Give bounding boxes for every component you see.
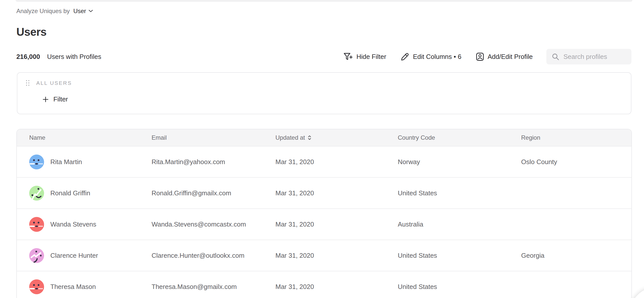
- add-edit-profile-label: Add/Edit Profile: [488, 53, 533, 61]
- avatar: [29, 248, 44, 263]
- user-email: Theresa.Mason@gmailx.com: [152, 283, 275, 291]
- avatar: [29, 217, 44, 232]
- user-country: United States: [398, 283, 521, 291]
- column-header-email: Email: [152, 134, 275, 141]
- scrolled-card-edge: [16, 0, 632, 2]
- user-region: Oslo County: [521, 158, 631, 166]
- table-row[interactable]: Theresa Mason Theresa.Mason@gmailx.com M…: [17, 271, 631, 298]
- user-email: Rita.Martin@yahoox.com: [152, 158, 275, 166]
- user-email: Wanda.Stevens@comcastx.com: [152, 220, 275, 228]
- add-edit-profile-button[interactable]: Add/Edit Profile: [476, 53, 533, 61]
- profiles-table: Name Email Updated at Country Code Regio…: [16, 129, 632, 298]
- user-email: Ronald.Griffin@gmailx.com: [152, 189, 275, 197]
- table-header: Name Email Updated at Country Code Regio…: [17, 129, 631, 146]
- user-updated-at: Mar 31, 2020: [275, 158, 398, 166]
- user-updated-at: Mar 31, 2020: [275, 189, 398, 197]
- all-users-group-label: ALL USERS: [36, 80, 72, 86]
- user-name: Rita Martin: [50, 158, 82, 166]
- plus-icon: [43, 96, 49, 102]
- search-box: [546, 49, 631, 64]
- filter-funnel-plus-icon: [344, 53, 353, 61]
- table-row[interactable]: Ronald Griffin Ronald.Griffin@gmailx.com…: [17, 178, 631, 209]
- profiles-count: 216,000 Users with Profiles: [16, 53, 101, 61]
- table-row[interactable]: Rita Martin Rita.Martin@yahoox.com Mar 3…: [17, 146, 631, 178]
- table-row[interactable]: Wanda Stevens Wanda.Stevens@comcastx.com…: [17, 209, 631, 240]
- search-icon: [552, 53, 559, 60]
- hide-filter-button[interactable]: Hide Filter: [344, 53, 386, 61]
- toolbar: 216,000 Users with Profiles Hide Filter …: [16, 49, 631, 64]
- user-name: Wanda Stevens: [50, 220, 96, 228]
- user-updated-at: Mar 31, 2020: [275, 283, 398, 291]
- chevron-down-icon: [89, 10, 93, 12]
- edit-columns-button[interactable]: Edit Columns • 6: [401, 53, 461, 61]
- column-header-region: Region: [521, 134, 631, 141]
- analyze-by-dropdown[interactable]: User: [73, 7, 93, 15]
- user-name: Theresa Mason: [50, 283, 96, 291]
- filter-panel: ALL USERS Filter: [17, 72, 631, 114]
- column-header-name: Name: [29, 134, 152, 141]
- column-header-updated-at[interactable]: Updated at: [275, 134, 398, 141]
- user-updated-at: Mar 31, 2020: [275, 220, 398, 228]
- user-email: Clarence.Hunter@outlookx.com: [152, 252, 275, 259]
- analyze-uniques-label: Analyze Uniques by: [16, 7, 70, 15]
- drag-handle-icon[interactable]: [26, 80, 30, 86]
- table-row[interactable]: Clarence Hunter Clarence.Hunter@outlookx…: [17, 240, 631, 271]
- hide-filter-label: Hide Filter: [356, 53, 386, 61]
- user-country: Australia: [398, 220, 521, 228]
- add-filter-label: Filter: [53, 95, 68, 103]
- user-name: Ronald Griffin: [50, 189, 90, 197]
- avatar: [29, 155, 44, 169]
- user-country: United States: [398, 189, 521, 197]
- user-region: Georgia: [521, 252, 631, 259]
- analyze-uniques-row: Analyze Uniques by User: [16, 7, 93, 15]
- pencil-icon: [401, 53, 409, 61]
- add-filter-button[interactable]: Filter: [43, 95, 68, 103]
- profiles-count-label: Users with Profiles: [47, 53, 101, 61]
- user-country: Norway: [398, 158, 521, 166]
- avatar: [29, 279, 44, 294]
- user-country: United States: [398, 252, 521, 259]
- column-header-country-code: Country Code: [398, 134, 521, 141]
- profiles-count-number: 216,000: [16, 53, 40, 61]
- profile-card-icon: [476, 53, 484, 61]
- sort-icon[interactable]: [308, 135, 311, 140]
- user-updated-at: Mar 31, 2020: [275, 252, 398, 259]
- page-title: Users: [16, 25, 47, 39]
- avatar: [29, 186, 44, 201]
- user-name: Clarence Hunter: [50, 252, 98, 259]
- edit-columns-label: Edit Columns • 6: [413, 53, 461, 61]
- analyze-by-value: User: [73, 7, 86, 15]
